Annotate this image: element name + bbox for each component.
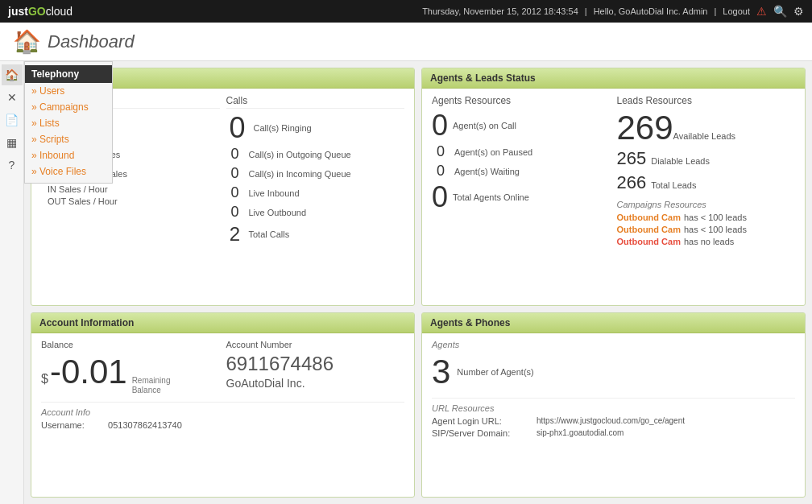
datetime: Thursday, November 15, 2012 18:43:54 bbox=[422, 6, 578, 16]
telephony-campaigns[interactable]: » Campaigns bbox=[25, 99, 112, 115]
calls-incoming-row: 0 Call(s) in Incoming Queue bbox=[226, 165, 405, 182]
agents-resources-column: Agents Resources 0 Agent(s) on Call 0 Ag… bbox=[432, 95, 611, 249]
agents-resources-label: Agents Resources bbox=[432, 95, 611, 106]
calls-outgoing-value: 0 bbox=[226, 146, 244, 163]
total-leads-row: 266 Total Leads bbox=[617, 172, 796, 193]
greeting-separator: | bbox=[585, 6, 587, 16]
account-number-value: 6911674486 bbox=[226, 353, 405, 375]
agents-waiting-value: 0 bbox=[432, 163, 450, 180]
account-info-panel: Account Information Balance $ -0.01 Rema… bbox=[31, 312, 415, 498]
campaigns-section: Campaigns Resources Outbound Cam has < 1… bbox=[617, 200, 796, 246]
total-leads-value: 266 bbox=[617, 172, 647, 193]
number-of-agents-label: Number of Agent(s) bbox=[457, 367, 533, 377]
account-info-section: Account Info Username: 051307862413740 bbox=[41, 402, 404, 430]
url-resources-section: URL Resources Agent Login URL: https://w… bbox=[432, 398, 795, 438]
live-outbound-value: 0 bbox=[226, 204, 244, 221]
calls-ringing-label: Call(s) Ringing bbox=[254, 123, 312, 133]
sip-domain-row: SIP/Server Domain: sip-phx1.goautodial.c… bbox=[432, 428, 795, 438]
logout-link[interactable]: Logout bbox=[723, 6, 750, 16]
agents-on-call-value: 0 bbox=[432, 111, 448, 140]
agents-waiting-row: 0 Agent(s) Waiting bbox=[432, 163, 611, 180]
campaign-name-2: Outbound Cam bbox=[617, 225, 681, 234]
sidebar-help-icon[interactable]: ? bbox=[2, 155, 23, 176]
agents-on-call-row: 0 Agent(s) on Call bbox=[432, 111, 611, 140]
dialable-leads-label: Dialable Leads bbox=[651, 156, 710, 166]
total-leads-label: Total Leads bbox=[651, 180, 696, 190]
agents-waiting-label: Agent(s) Waiting bbox=[454, 167, 520, 176]
leads-resources-column: Leads Resources 269 Available Leads 265 … bbox=[617, 95, 796, 249]
username-key: Username: bbox=[41, 420, 106, 430]
out-sales-rate: OUT Sales / Hour bbox=[41, 196, 220, 206]
telephony-menu: Telephony » Users » Campaigns » Lists » … bbox=[24, 61, 113, 184]
search-icon[interactable]: 🔍 bbox=[773, 5, 787, 18]
remaining-balance-label: RemainingBalance bbox=[132, 376, 171, 395]
balance-column: Balance $ -0.01 RemainingBalance bbox=[41, 340, 220, 395]
calls-outgoing-label: Call(s) in Outgoing Queue bbox=[249, 150, 351, 159]
balance-value: -0.01 bbox=[50, 353, 127, 391]
number-of-agents-value: 3 bbox=[432, 353, 450, 391]
topbar-right: Thursday, November 15, 2012 18:43:54 | H… bbox=[422, 5, 804, 18]
telephony-inbound[interactable]: » Inbound bbox=[25, 147, 112, 163]
agents-phones-agents-label: Agents bbox=[432, 340, 795, 349]
account-columns: Balance $ -0.01 RemainingBalance Account… bbox=[41, 340, 404, 395]
total-agents-row: 0 Total Agents Online bbox=[432, 183, 611, 212]
dollar-sign: $ bbox=[41, 372, 48, 386]
agents-on-paused-row: 0 Agent(s) on Paused bbox=[432, 143, 611, 160]
sidebar-pages-icon[interactable]: 📄 bbox=[2, 109, 23, 130]
live-inbound-value: 0 bbox=[226, 184, 244, 201]
telephony-scripts[interactable]: » Scripts bbox=[25, 131, 112, 147]
sip-domain-value: sip-phx1.goautodial.com bbox=[536, 428, 624, 438]
total-calls-label: Total Calls bbox=[249, 229, 290, 239]
logo-just: just bbox=[8, 5, 28, 18]
topbar: justGOcloud Thursday, November 15, 2012 … bbox=[0, 0, 812, 23]
account-number-column: Account Number 6911674486 GoAutoDial Inc… bbox=[226, 340, 405, 395]
calls-outgoing-row: 0 Call(s) in Outgoing Queue bbox=[226, 146, 405, 163]
sidebar-home-icon[interactable]: 🏠 bbox=[2, 64, 23, 85]
sidebar: 🏠 ✕ 📄 ▦ ? bbox=[0, 61, 24, 504]
calls-label: Calls bbox=[226, 95, 405, 109]
total-agents-label: Total Agents Online bbox=[453, 192, 529, 202]
sidebar-grid-icon[interactable]: ▦ bbox=[2, 132, 23, 153]
available-leads-value: 269 bbox=[617, 111, 673, 145]
home-icon[interactable]: 🏠 bbox=[13, 28, 41, 55]
agents-phones-header: Agents & Phones bbox=[422, 313, 805, 333]
live-outbound-row: 0 Live Outbound bbox=[226, 204, 405, 221]
calls-incoming-value: 0 bbox=[226, 165, 244, 182]
campaign-status-1: has < 100 leads bbox=[684, 213, 747, 222]
total-calls-row: 2 Total Calls bbox=[226, 223, 405, 246]
calls-ringing-row: 0 Call(s) Ringing bbox=[226, 114, 405, 143]
sidebar-close-icon[interactable]: ✕ bbox=[2, 87, 23, 108]
telephony-users[interactable]: » Users bbox=[25, 83, 112, 99]
agents-leads-header: Agents & Leads Status bbox=[422, 68, 805, 89]
calls-column: Calls 0 Call(s) Ringing 0 Call(s) in Out… bbox=[226, 95, 405, 248]
username-row: Username: 051307862413740 bbox=[41, 420, 404, 430]
agents-phones-body: Agents 3 Number of Agent(s) URL Resource… bbox=[422, 333, 805, 447]
dialable-leads-row: 265 Dialable Leads bbox=[617, 148, 796, 169]
available-leads-row: 269 Available Leads bbox=[617, 111, 796, 145]
logo: justGOcloud bbox=[8, 5, 72, 18]
telephony-lists[interactable]: » Lists bbox=[25, 115, 112, 131]
acct-info-label: Account Info bbox=[41, 407, 404, 417]
campaigns-resources-label: Campaigns Resources bbox=[617, 200, 796, 209]
campaign-row-1: Outbound Cam has < 100 leads bbox=[617, 213, 796, 222]
url-resources-label: URL Resources bbox=[432, 403, 795, 413]
page-title: Dashboard bbox=[48, 31, 135, 52]
campaign-status-2: has < 100 leads bbox=[684, 225, 747, 234]
gear-icon[interactable]: ⚙ bbox=[793, 5, 804, 18]
campaign-name-1: Outbound Cam bbox=[617, 213, 681, 222]
agents-phones-panel: Agents & Phones Agents 3 Number of Agent… bbox=[421, 312, 806, 498]
sip-domain-key: SIP/Server Domain: bbox=[432, 428, 536, 438]
total-calls-value: 2 bbox=[226, 223, 244, 246]
calls-incoming-label: Call(s) in Incoming Queue bbox=[249, 169, 351, 179]
campaign-status-3: has no leads bbox=[684, 237, 734, 246]
balance-display: $ -0.01 RemainingBalance bbox=[41, 353, 220, 395]
in-sales-rate: IN Sales / Hour bbox=[41, 184, 220, 194]
telephony-voice-files[interactable]: » Voice Files bbox=[25, 163, 112, 180]
calls-ringing-value: 0 bbox=[226, 114, 249, 143]
dialable-leads-value: 265 bbox=[617, 148, 647, 169]
agent-login-url-key: Agent Login URL: bbox=[432, 416, 536, 426]
main-content: Today's Status Sales 0 Total Sales 0 Inb… bbox=[24, 61, 812, 504]
warning-icon: ⚠ bbox=[756, 5, 767, 18]
leads-resources-label: Leads Resources bbox=[617, 95, 796, 106]
number-of-agents-row: 3 Number of Agent(s) bbox=[432, 353, 795, 391]
